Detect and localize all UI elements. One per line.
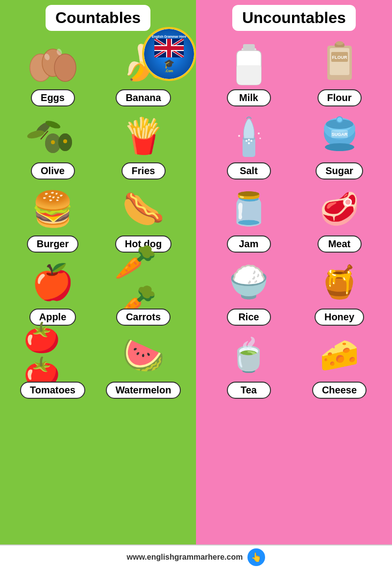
svg-point-38 (248, 139, 250, 141)
countables-grid: Eggs 🍌 Banana (5, 38, 191, 399)
content-area: Countables (0, 0, 392, 544)
eggs-icon (24, 38, 82, 87)
apple-icon: 🍎 (24, 258, 82, 307)
svg-rect-23 (154, 46, 184, 50)
svg-point-47 (337, 117, 342, 122)
tea-icon: 🍵 (220, 331, 278, 380)
jam-label: Jam (227, 235, 271, 253)
flour-label: Flour (318, 89, 362, 106)
list-item: 🍎 Apple (10, 258, 96, 326)
uncountables-title: Uncountables (232, 5, 356, 31)
svg-point-11 (51, 140, 55, 144)
logo-circle: English Grammar Here (142, 27, 196, 81)
rice-icon: 🍚 (220, 258, 278, 307)
carrots-label: Carrots (116, 309, 171, 326)
list-item: 🍅🍅 Tomatoes (10, 331, 96, 399)
left-panel: Countables (0, 0, 196, 544)
tomatoes-icon: 🍅🍅 (24, 331, 82, 380)
svg-point-39 (238, 135, 240, 137)
list-item: Salt (206, 111, 292, 180)
list-item: 🍔 Burger (10, 184, 96, 253)
list-item: Milk (206, 38, 292, 106)
cheese-icon: 🧀 (310, 331, 369, 380)
footer: www.englishgrammarhere.com 👆 (0, 544, 392, 569)
banana-label: Banana (116, 89, 171, 106)
honey-icon: 🍯 (310, 258, 369, 307)
list-item: Eggs (10, 38, 96, 106)
milk-label: Milk (227, 89, 271, 106)
list-item: Olive (10, 111, 96, 180)
svg-point-35 (245, 140, 247, 142)
logo-inner: English Grammar Here (144, 29, 194, 79)
olive-icon (24, 111, 82, 160)
list-item: 🍉 Watermelon (100, 331, 186, 399)
list-item: FLOUR Flour (296, 38, 382, 106)
list-item: 🍵 Tea (206, 331, 292, 399)
sugar-icon: SUGAR (310, 111, 369, 160)
svg-point-32 (336, 41, 343, 45)
main-container: Countables (0, 0, 392, 569)
svg-text:SUGAR: SUGAR (331, 132, 347, 137)
olive-label: Olive (31, 162, 75, 180)
list-item: SUGAR Sugar (296, 111, 382, 180)
list-item: 🫙 Jam (206, 184, 292, 253)
milk-icon (220, 38, 278, 87)
sugar-label: Sugar (316, 162, 363, 180)
tomatoes-label: Tomatoes (20, 382, 85, 399)
hand-pointer-icon: 👆 (247, 548, 265, 566)
svg-point-26 (245, 54, 253, 57)
logo-badge: English Grammar Here (142, 27, 196, 81)
svg-point-41 (259, 138, 261, 139)
countables-title: Countables (46, 5, 150, 31)
fries-icon: 🍟 (114, 111, 173, 160)
uncountables-grid: Milk FLOUR (201, 38, 387, 399)
eggs-label: Eggs (31, 89, 75, 106)
svg-point-50 (325, 143, 354, 151)
svg-point-14 (63, 139, 67, 143)
salt-label: Salt (227, 162, 271, 180)
svg-text:FLOUR: FLOUR (332, 55, 347, 60)
logo-arc-top: English Grammar Here (152, 35, 186, 39)
meat-icon: 🥩 (310, 184, 369, 233)
list-item: 🥕🥕 Carrots (100, 258, 186, 326)
svg-rect-33 (243, 138, 255, 157)
rice-label: Rice (227, 309, 271, 326)
carrots-icon: 🥕🥕 (114, 258, 173, 307)
footer-url: www.englishgrammarhere.com (127, 553, 243, 562)
fries-label: Fries (122, 162, 166, 180)
svg-point-2 (54, 54, 76, 81)
list-item: 🥩 Meat (296, 184, 382, 253)
list-item: 🍚 Rice (206, 258, 292, 326)
svg-point-40 (258, 132, 260, 134)
watermelon-label: Watermelon (106, 382, 181, 399)
logo-arc-bottom: .Com (165, 69, 173, 73)
burger-icon: 🍔 (24, 184, 82, 233)
tea-label: Tea (227, 382, 271, 399)
list-item: 🍟 Fries (100, 111, 186, 180)
burger-label: Burger (27, 235, 79, 253)
honey-label: Honey (315, 309, 364, 326)
jam-icon: 🫙 (220, 184, 278, 233)
list-item: 🧀 Cheese (296, 331, 382, 399)
hotdog-icon: 🌭 (114, 184, 173, 233)
salt-icon (220, 111, 278, 160)
meat-label: Meat (318, 235, 362, 253)
list-item: 🍯 Honey (296, 258, 382, 326)
svg-point-37 (250, 140, 252, 142)
watermelon-icon: 🍉 (114, 331, 173, 380)
svg-point-36 (248, 142, 250, 144)
right-panel: English Grammar Here (196, 0, 392, 544)
svg-rect-25 (243, 44, 255, 50)
flour-icon: FLOUR (310, 38, 369, 87)
cheese-label: Cheese (312, 382, 367, 399)
